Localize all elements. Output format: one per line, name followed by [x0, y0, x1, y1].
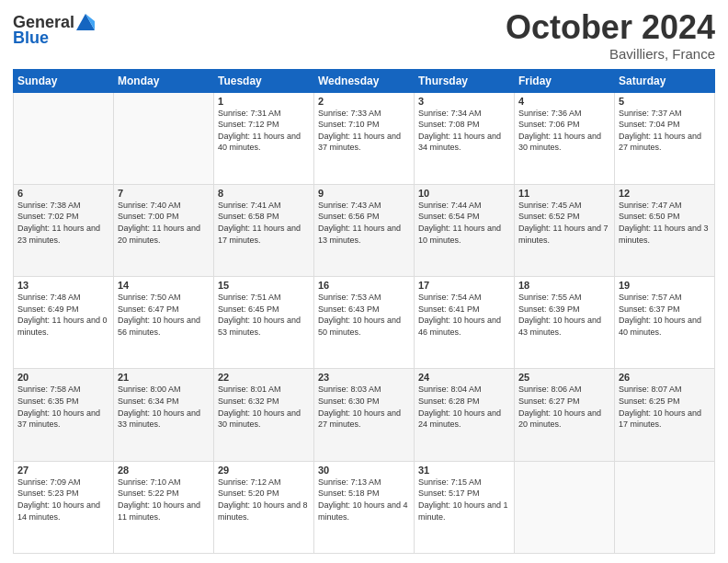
cell-1-5: 11Sunrise: 7:45 AMSunset: 6:52 PMDayligh… — [515, 184, 615, 276]
cell-4-6 — [615, 461, 715, 553]
title-block: October 2024 Bavilliers, France — [506, 9, 715, 62]
month-title: October 2024 — [506, 9, 715, 46]
day-number-21: 21 — [118, 372, 210, 383]
day-info-23: Sunrise: 8:03 AMSunset: 6:30 PMDaylight:… — [318, 384, 410, 430]
day-info-19: Sunrise: 7:57 AMSunset: 6:37 PMDaylight:… — [619, 292, 711, 338]
day-number-3: 3 — [418, 96, 510, 107]
day-number-7: 7 — [118, 188, 210, 199]
day-info-28: Sunrise: 7:10 AMSunset: 5:22 PMDaylight:… — [118, 477, 210, 523]
day-info-14: Sunrise: 7:50 AMSunset: 6:47 PMDaylight:… — [118, 292, 210, 338]
day-info-3: Sunrise: 7:34 AMSunset: 7:08 PMDaylight:… — [418, 108, 510, 154]
header-monday: Monday — [114, 69, 214, 92]
week-row-3: 20Sunrise: 7:58 AMSunset: 6:35 PMDayligh… — [14, 369, 715, 461]
cell-4-0: 27Sunrise: 7:09 AMSunset: 5:23 PMDayligh… — [14, 461, 114, 553]
day-number-24: 24 — [418, 372, 510, 383]
day-number-23: 23 — [318, 372, 410, 383]
day-number-17: 17 — [418, 280, 510, 291]
cell-3-2: 22Sunrise: 8:01 AMSunset: 6:32 PMDayligh… — [214, 369, 314, 461]
day-info-11: Sunrise: 7:45 AMSunset: 6:52 PMDaylight:… — [518, 200, 610, 246]
day-number-19: 19 — [619, 280, 711, 291]
cell-2-2: 15Sunrise: 7:51 AMSunset: 6:45 PMDayligh… — [214, 277, 314, 369]
day-info-26: Sunrise: 8:07 AMSunset: 6:25 PMDaylight:… — [619, 384, 711, 430]
header-wednesday: Wednesday — [314, 69, 415, 92]
cell-1-3: 9Sunrise: 7:43 AMSunset: 6:56 PMDaylight… — [314, 184, 415, 276]
day-info-9: Sunrise: 7:43 AMSunset: 6:56 PMDaylight:… — [318, 200, 410, 246]
header-thursday: Thursday — [415, 69, 515, 92]
day-info-5: Sunrise: 7:37 AMSunset: 7:04 PMDaylight:… — [619, 108, 711, 154]
header-friday: Friday — [515, 69, 615, 92]
day-number-8: 8 — [218, 188, 310, 199]
day-info-29: Sunrise: 7:12 AMSunset: 5:20 PMDaylight:… — [218, 477, 310, 523]
day-number-10: 10 — [418, 188, 510, 199]
day-info-8: Sunrise: 7:41 AMSunset: 6:58 PMDaylight:… — [218, 200, 310, 246]
cell-2-6: 19Sunrise: 7:57 AMSunset: 6:37 PMDayligh… — [615, 277, 715, 369]
logo-icon — [76, 14, 95, 30]
day-number-9: 9 — [318, 188, 410, 199]
day-number-18: 18 — [518, 280, 610, 291]
day-info-24: Sunrise: 8:04 AMSunset: 6:28 PMDaylight:… — [418, 384, 510, 430]
cell-2-0: 13Sunrise: 7:48 AMSunset: 6:49 PMDayligh… — [14, 277, 114, 369]
day-info-22: Sunrise: 8:01 AMSunset: 6:32 PMDaylight:… — [218, 384, 310, 430]
day-number-15: 15 — [218, 280, 310, 291]
day-info-16: Sunrise: 7:53 AMSunset: 6:43 PMDaylight:… — [318, 292, 410, 338]
day-number-20: 20 — [17, 372, 109, 383]
cell-0-5: 4Sunrise: 7:36 AMSunset: 7:06 PMDaylight… — [515, 92, 615, 184]
day-number-27: 27 — [17, 465, 109, 476]
day-info-30: Sunrise: 7:13 AMSunset: 5:18 PMDaylight:… — [318, 477, 410, 523]
day-info-27: Sunrise: 7:09 AMSunset: 5:23 PMDaylight:… — [17, 477, 109, 523]
header-tuesday: Tuesday — [214, 69, 314, 92]
cell-1-0: 6Sunrise: 7:38 AMSunset: 7:02 PMDaylight… — [14, 184, 114, 276]
cell-0-2: 1Sunrise: 7:31 AMSunset: 7:12 PMDaylight… — [214, 92, 314, 184]
cell-1-2: 8Sunrise: 7:41 AMSunset: 6:58 PMDaylight… — [214, 184, 314, 276]
cell-4-2: 29Sunrise: 7:12 AMSunset: 5:20 PMDayligh… — [214, 461, 314, 553]
cell-2-1: 14Sunrise: 7:50 AMSunset: 6:47 PMDayligh… — [114, 277, 214, 369]
day-number-4: 4 — [518, 96, 610, 107]
cell-2-4: 17Sunrise: 7:54 AMSunset: 6:41 PMDayligh… — [415, 277, 515, 369]
cell-3-5: 25Sunrise: 8:06 AMSunset: 6:27 PMDayligh… — [515, 369, 615, 461]
day-number-11: 11 — [518, 188, 610, 199]
page: General Blue October 2024 Bavilliers, Fr… — [0, 0, 728, 563]
logo: General Blue — [13, 13, 95, 48]
cell-1-4: 10Sunrise: 7:44 AMSunset: 6:54 PMDayligh… — [415, 184, 515, 276]
header-sunday: Sunday — [14, 69, 114, 92]
day-info-1: Sunrise: 7:31 AMSunset: 7:12 PMDaylight:… — [218, 108, 310, 154]
cell-4-1: 28Sunrise: 7:10 AMSunset: 5:22 PMDayligh… — [114, 461, 214, 553]
cell-1-6: 12Sunrise: 7:47 AMSunset: 6:50 PMDayligh… — [615, 184, 715, 276]
cell-0-6: 5Sunrise: 7:37 AMSunset: 7:04 PMDaylight… — [615, 92, 715, 184]
week-row-2: 13Sunrise: 7:48 AMSunset: 6:49 PMDayligh… — [14, 277, 715, 369]
cell-0-4: 3Sunrise: 7:34 AMSunset: 7:08 PMDaylight… — [415, 92, 515, 184]
cell-4-5 — [515, 461, 615, 553]
week-row-0: 1Sunrise: 7:31 AMSunset: 7:12 PMDaylight… — [14, 92, 715, 184]
cell-0-0 — [14, 92, 114, 184]
day-info-12: Sunrise: 7:47 AMSunset: 6:50 PMDaylight:… — [619, 200, 711, 246]
cell-3-6: 26Sunrise: 8:07 AMSunset: 6:25 PMDayligh… — [615, 369, 715, 461]
day-info-7: Sunrise: 7:40 AMSunset: 7:00 PMDaylight:… — [118, 200, 210, 246]
day-number-1: 1 — [218, 96, 310, 107]
day-info-10: Sunrise: 7:44 AMSunset: 6:54 PMDaylight:… — [418, 200, 510, 246]
cell-3-1: 21Sunrise: 8:00 AMSunset: 6:34 PMDayligh… — [114, 369, 214, 461]
calendar-table: Sunday Monday Tuesday Wednesday Thursday… — [13, 69, 715, 554]
day-number-25: 25 — [518, 372, 610, 383]
day-info-4: Sunrise: 7:36 AMSunset: 7:06 PMDaylight:… — [518, 108, 610, 154]
cell-3-0: 20Sunrise: 7:58 AMSunset: 6:35 PMDayligh… — [14, 369, 114, 461]
cell-2-5: 18Sunrise: 7:55 AMSunset: 6:39 PMDayligh… — [515, 277, 615, 369]
week-row-4: 27Sunrise: 7:09 AMSunset: 5:23 PMDayligh… — [14, 461, 715, 553]
day-number-2: 2 — [318, 96, 410, 107]
week-row-1: 6Sunrise: 7:38 AMSunset: 7:02 PMDaylight… — [14, 184, 715, 276]
cell-3-3: 23Sunrise: 8:03 AMSunset: 6:30 PMDayligh… — [314, 369, 415, 461]
day-number-16: 16 — [318, 280, 410, 291]
day-number-26: 26 — [619, 372, 711, 383]
day-info-6: Sunrise: 7:38 AMSunset: 7:02 PMDaylight:… — [17, 200, 109, 246]
cell-0-1 — [114, 92, 214, 184]
day-info-20: Sunrise: 7:58 AMSunset: 6:35 PMDaylight:… — [17, 384, 109, 430]
cell-3-4: 24Sunrise: 8:04 AMSunset: 6:28 PMDayligh… — [415, 369, 515, 461]
day-info-18: Sunrise: 7:55 AMSunset: 6:39 PMDaylight:… — [518, 292, 610, 338]
day-number-6: 6 — [17, 188, 109, 199]
day-number-14: 14 — [118, 280, 210, 291]
day-number-31: 31 — [418, 465, 510, 476]
day-info-25: Sunrise: 8:06 AMSunset: 6:27 PMDaylight:… — [518, 384, 610, 430]
day-number-13: 13 — [17, 280, 109, 291]
day-number-28: 28 — [118, 465, 210, 476]
day-number-12: 12 — [619, 188, 711, 199]
cell-2-3: 16Sunrise: 7:53 AMSunset: 6:43 PMDayligh… — [314, 277, 415, 369]
